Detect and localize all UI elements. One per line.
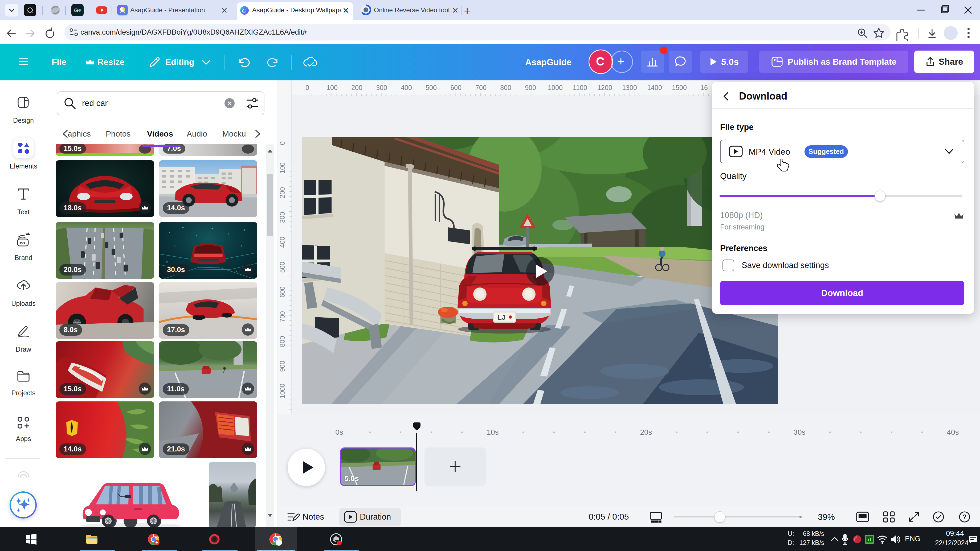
svg-text:1000: 1000: [548, 84, 563, 91]
svg-text:100: 100: [278, 162, 286, 173]
svg-text:600: 600: [450, 84, 461, 91]
svg-text:700: 700: [476, 84, 487, 91]
svg-text:G: G: [74, 8, 78, 13]
svg-text:500: 500: [278, 262, 286, 273]
svg-text:1300: 1300: [622, 84, 637, 91]
svg-text:1000: 1000: [278, 384, 286, 399]
svg-text:0: 0: [278, 141, 286, 145]
svg-text:0s: 0s: [335, 428, 343, 436]
svg-text:10s: 10s: [487, 428, 498, 436]
svg-text:200: 200: [351, 84, 363, 91]
svg-text:400: 400: [401, 84, 412, 91]
svg-text:?: ?: [963, 513, 967, 521]
svg-text:40s: 40s: [947, 428, 959, 436]
svg-text:C: C: [242, 7, 246, 14]
svg-text:800: 800: [278, 336, 286, 347]
svg-text:1200: 1200: [597, 84, 612, 91]
svg-text:20s: 20s: [640, 428, 652, 436]
svg-text:500: 500: [426, 84, 437, 91]
svg-text:0: 0: [305, 84, 309, 91]
svg-text:300: 300: [278, 212, 286, 223]
svg-text:30s: 30s: [793, 428, 805, 436]
svg-text:16: 16: [700, 84, 708, 91]
svg-text:1400: 1400: [647, 84, 662, 91]
svg-text:400: 400: [278, 237, 286, 248]
svg-text:100: 100: [326, 84, 338, 91]
svg-text:600: 600: [278, 286, 286, 298]
svg-text:700: 700: [278, 311, 286, 322]
svg-text:LJ: LJ: [498, 313, 506, 321]
svg-text:1100: 1100: [573, 84, 587, 91]
svg-text:900: 900: [525, 84, 536, 91]
svg-text:1500: 1500: [672, 84, 687, 91]
svg-text:800: 800: [500, 84, 511, 91]
svg-text:900: 900: [278, 360, 286, 372]
svg-text:300: 300: [376, 84, 387, 91]
svg-text:200: 200: [278, 187, 286, 198]
svg-text:co: co: [20, 240, 25, 245]
